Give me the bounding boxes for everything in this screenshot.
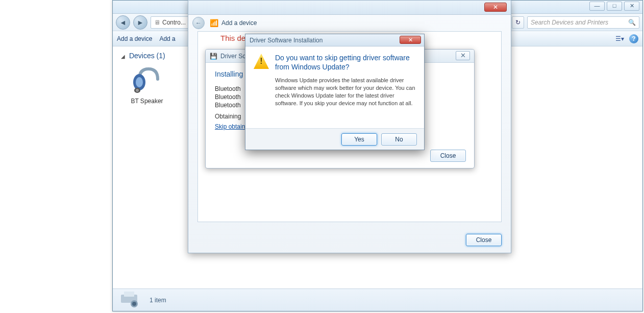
refresh-button[interactable]: ↻	[512, 16, 524, 29]
folder-icon: 🖥	[154, 19, 160, 26]
confirm-title: Driver Software Installation	[250, 37, 323, 44]
printer-device-icon	[118, 292, 143, 309]
wizard-nav: ← 📶 Add a device	[188, 15, 511, 31]
skip-obtaining-link[interactable]: Skip obtain	[215, 123, 245, 130]
breadcrumb-text: Contro...	[162, 19, 186, 26]
minimize-button[interactable]: —	[589, 2, 605, 11]
bluetooth-headset-icon	[129, 65, 165, 95]
status-bar: 1 item	[113, 288, 642, 311]
svg-point-3	[136, 89, 139, 92]
add-printer-command-partial[interactable]: Add a	[159, 35, 175, 42]
wizard-close-footer-button[interactable]: Close	[466, 234, 502, 246]
help-button[interactable]: ?	[629, 34, 638, 43]
view-options-button[interactable]: ☰▾	[615, 34, 624, 43]
status-text: 1 item	[150, 297, 166, 304]
wizard-footer: Close	[188, 227, 511, 253]
section-title: Devices	[129, 52, 155, 60]
svg-rect-5	[124, 292, 134, 297]
driver-title: Driver So	[220, 53, 246, 60]
wizard-close-button[interactable]: ✕	[484, 3, 507, 12]
confirm-text: Windows Update provides the latest avail…	[275, 77, 416, 107]
warning-icon	[254, 54, 269, 69]
driver-close-footer-button[interactable]: Close	[430, 150, 466, 162]
close-button[interactable]: ✕	[624, 2, 639, 11]
confirm-footer: Yes No	[245, 128, 424, 150]
search-input[interactable]: Search Devices and Printers 🔍	[527, 16, 639, 29]
add-device-command[interactable]: Add a device	[117, 35, 152, 42]
confirm-heading: Do you want to skip getting driver softw…	[275, 54, 416, 71]
wizard-back-button[interactable]: ←	[192, 17, 205, 29]
confirm-dialog: Driver Software Installation ✕ Do you wa…	[245, 34, 425, 150]
installer-icon: 💾	[210, 53, 217, 60]
search-icon: 🔍	[628, 19, 636, 26]
svg-point-7	[132, 302, 136, 306]
device-icon: 📶	[210, 19, 218, 27]
yes-button[interactable]: Yes	[341, 133, 377, 146]
maximize-button[interactable]: □	[607, 2, 622, 11]
svg-point-1	[136, 77, 143, 87]
device-bt-speaker[interactable]: BT Speaker	[119, 65, 175, 105]
back-button[interactable]: ◄	[116, 15, 130, 30]
driver-close-button[interactable]: ✕	[456, 51, 470, 60]
wizard-titlebar[interactable]: ✕	[188, 1, 511, 15]
forward-button[interactable]: ►	[133, 15, 147, 30]
collapse-icon: ◢	[121, 54, 125, 59]
no-button[interactable]: No	[381, 133, 417, 146]
confirm-close-button[interactable]: ✕	[400, 36, 421, 44]
device-label: BT Speaker	[131, 98, 163, 105]
confirm-titlebar[interactable]: Driver Software Installation ✕	[245, 34, 424, 46]
wizard-title: Add a device	[221, 19, 257, 27]
section-count: (1)	[157, 52, 165, 60]
search-placeholder: Search Devices and Printers	[531, 19, 608, 26]
